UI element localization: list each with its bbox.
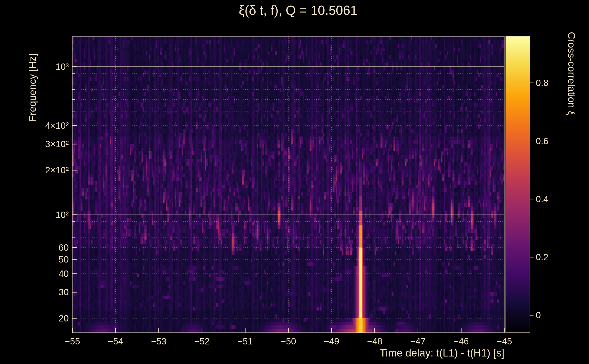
y-tick-label: 10³ bbox=[56, 61, 69, 72]
x-tick-label: −53 bbox=[151, 336, 167, 346]
x-tick-label: −47 bbox=[410, 336, 425, 346]
colorbar-tick-label: 0 bbox=[536, 310, 541, 320]
tick-labels-layer: −55−54−53−52−51−50−49−48−47−46−452030405… bbox=[0, 0, 589, 364]
y-tick-label: 40 bbox=[59, 268, 69, 279]
x-tick-label: −55 bbox=[65, 336, 80, 346]
colorbar-tick-label: 0.8 bbox=[536, 78, 549, 88]
colorbar-tick-label: 0.6 bbox=[536, 136, 549, 146]
x-tick-label: −46 bbox=[453, 336, 469, 346]
y-tick-label: 30 bbox=[59, 287, 69, 297]
colorbar-tick-label: 0.4 bbox=[536, 194, 549, 204]
x-tick-label: −45 bbox=[497, 336, 512, 346]
y-tick-label: 3×10² bbox=[45, 139, 69, 149]
x-tick-label: −51 bbox=[237, 336, 253, 346]
x-tick-label: −48 bbox=[367, 336, 383, 346]
y-tick-label: 4×10² bbox=[45, 120, 69, 130]
colorbar-tick-label: 0.2 bbox=[536, 252, 549, 262]
y-tick-label: 50 bbox=[59, 254, 69, 264]
y-tick-label: 60 bbox=[59, 242, 69, 253]
x-tick-label: −52 bbox=[194, 336, 209, 346]
y-tick-label: 10² bbox=[56, 209, 69, 220]
cross-correlation-spectrogram-figure: ξ(δ t, f), Q = 10.5061 Frequency [Hz] Ti… bbox=[0, 0, 589, 364]
x-tick-label: −49 bbox=[324, 336, 339, 346]
y-tick-label: 20 bbox=[59, 313, 69, 323]
x-tick-label: −54 bbox=[108, 336, 123, 346]
x-tick-label: −50 bbox=[281, 336, 296, 346]
y-tick-label: 2×10² bbox=[45, 165, 69, 175]
